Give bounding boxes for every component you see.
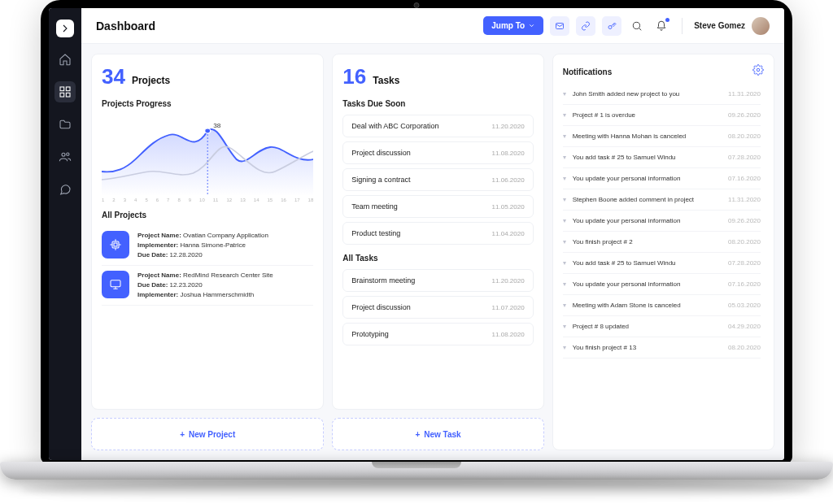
svg-rect-19: [111, 280, 120, 287]
avatar[interactable]: [752, 17, 770, 35]
svg-rect-14: [114, 243, 117, 246]
notification-row[interactable]: ▾Meeting with Adam Stone is canceled05.0…: [563, 295, 761, 316]
svg-point-7: [608, 25, 612, 28]
chevron-down-icon: ▾: [563, 259, 566, 267]
chevron-down-icon: ▾: [563, 154, 566, 161]
chevron-down-icon: ▾: [563, 217, 566, 224]
notification-row[interactable]: ▾You update your personal information09.…: [563, 211, 761, 232]
tasks-count: 16: [342, 64, 366, 89]
notification-row[interactable]: ▾You update your personal information07.…: [563, 168, 761, 189]
notification-dot: [665, 18, 669, 22]
sidebar: [49, 8, 81, 460]
sidebar-collapse-button[interactable]: [56, 20, 74, 37]
notification-row[interactable]: ▾You update your personal information07.…: [563, 274, 761, 295]
notifications-card: Notifications ▾John Smith added new proj…: [552, 54, 774, 450]
task-row[interactable]: Signing a contract11.06.2020: [342, 168, 533, 191]
tasks-due-title: Tasks Due Soon: [342, 99, 533, 108]
svg-point-22: [757, 68, 760, 72]
plus-icon: +: [415, 430, 420, 439]
task-row[interactable]: Team meeting11.05.2020: [342, 195, 533, 218]
svg-point-5: [67, 153, 69, 155]
projects-progress-chart: 38: [102, 115, 313, 196]
svg-rect-2: [60, 93, 64, 97]
notifications-title: Notifications: [563, 67, 613, 76]
notification-row[interactable]: ▾Stephen Boone added comment in project1…: [563, 189, 761, 211]
sidebar-item-messages[interactable]: [55, 179, 76, 200]
notification-row[interactable]: ▾You finish project # 208.20.2020: [563, 232, 761, 253]
sidebar-item-users[interactable]: [55, 146, 76, 167]
notification-row[interactable]: ▾Project # 1 is overdue09.26.2020: [563, 105, 761, 126]
task-row[interactable]: Project discussion11.08.2020: [342, 141, 533, 164]
project-row[interactable]: Project Name: RedMind Research Center Si…: [102, 266, 313, 306]
chart-ticks: 123456789101112131415161718: [102, 198, 313, 202]
projects-count-label: Projects: [132, 75, 170, 86]
svg-rect-1: [66, 87, 70, 91]
link-icon[interactable]: [576, 16, 595, 36]
bell-icon[interactable]: [652, 17, 670, 35]
user-name[interactable]: Steve Gomez: [694, 21, 745, 30]
svg-rect-0: [60, 87, 64, 91]
notification-row[interactable]: ▾You finish project # 1308.20.2020: [563, 337, 761, 358]
sidebar-item-dashboard[interactable]: [55, 81, 76, 102]
new-project-button[interactable]: + New Project: [91, 418, 324, 450]
task-row[interactable]: Prototyping11.08.2020: [342, 323, 533, 345]
svg-point-4: [62, 153, 65, 156]
chevron-down-icon: ▾: [563, 133, 566, 140]
notification-row[interactable]: ▾John Smith added new project to you11.3…: [563, 84, 761, 105]
svg-line-9: [639, 28, 642, 30]
chevron-down-icon: ▾: [563, 196, 566, 203]
chevron-down-icon: ▾: [563, 323, 566, 330]
sidebar-item-home[interactable]: [55, 49, 76, 70]
chevron-down-icon: ▾: [563, 175, 566, 182]
svg-point-8: [634, 22, 640, 28]
projects-card: 34 Projects Projects Progress: [91, 54, 324, 410]
chevron-down-icon: ▾: [563, 302, 566, 309]
projects-progress-title: Projects Progress: [102, 99, 313, 108]
notification-row[interactable]: ▾You add task # 25 to Samuel Windu07.28.…: [563, 147, 761, 168]
all-tasks-title: All Tasks: [342, 254, 533, 263]
notification-row[interactable]: ▾Project # 8 updated04.29.2020: [563, 316, 761, 337]
header: Dashboard Jump To: [81, 8, 784, 44]
cpu-icon: [102, 231, 129, 259]
key-icon[interactable]: [602, 16, 621, 36]
new-task-button[interactable]: + New Task: [332, 418, 543, 450]
svg-text:38: 38: [213, 123, 220, 129]
projects-count: 34: [102, 64, 125, 89]
monitor-icon: [102, 271, 129, 298]
tasks-card: 16 Tasks Tasks Due Soon Deal with ABC Co…: [332, 54, 543, 410]
tasks-count-label: Tasks: [373, 75, 399, 86]
chevron-down-icon: ▾: [563, 90, 566, 98]
task-row[interactable]: Deal with ABC Corporation11.20.2020: [342, 115, 533, 137]
task-row[interactable]: Product testing11.04.2020: [342, 222, 533, 245]
svg-rect-13: [112, 241, 119, 248]
gear-icon[interactable]: [752, 64, 764, 79]
plus-icon: +: [180, 430, 185, 439]
chevron-down-icon: ▾: [563, 238, 566, 245]
mail-icon[interactable]: [550, 16, 569, 36]
task-row[interactable]: Brainstorm meeting11.20.2020: [342, 269, 533, 292]
task-row[interactable]: Project discussion11.07.2020: [342, 296, 533, 319]
svg-rect-3: [66, 93, 70, 97]
sidebar-item-folder[interactable]: [55, 114, 76, 135]
page-title: Dashboard: [96, 20, 155, 33]
all-projects-title: All Projects: [102, 211, 313, 219]
chevron-down-icon: ▾: [563, 280, 566, 288]
search-icon[interactable]: [628, 17, 646, 35]
project-row[interactable]: Project Name: Ovatian Company Applicatio…: [102, 226, 313, 266]
chevron-down-icon: ▾: [563, 344, 566, 351]
notification-row[interactable]: ▾Meeting with Hanna Mohan is canceled08.…: [563, 126, 761, 147]
notification-row[interactable]: ▾You add task # 25 to Samuel Windu07.28.…: [563, 253, 761, 274]
chevron-down-icon: ▾: [563, 111, 566, 119]
jump-to-button[interactable]: Jump To: [483, 16, 543, 35]
